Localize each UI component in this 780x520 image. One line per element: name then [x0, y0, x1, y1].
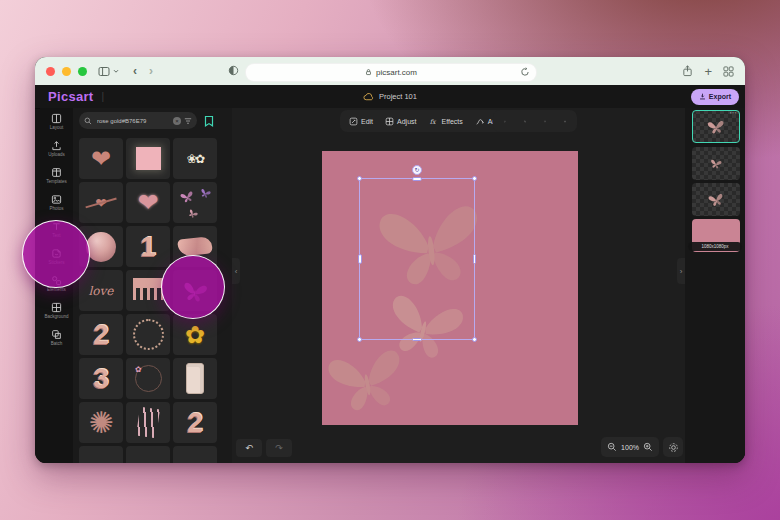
canvas-settings-button[interactable] — [663, 437, 683, 457]
animation-icon — [475, 117, 485, 126]
filter-icon[interactable] — [184, 117, 192, 125]
svg-text:fx: fx — [429, 118, 436, 126]
trash-icon — [564, 116, 566, 127]
collapse-left-panel[interactable]: ‹ — [232, 258, 240, 284]
chevron-down-icon[interactable] — [113, 69, 119, 74]
sidebar-item-templates[interactable]: Templates — [40, 162, 73, 189]
selection-handle-bottom-right[interactable] — [472, 337, 477, 342]
sidebar-toggle-icon[interactable] — [98, 66, 110, 77]
history-controls: ↶ ↷ — [236, 439, 292, 457]
sticker-brushes[interactable] — [126, 402, 170, 443]
selection-handle-top-left[interactable] — [357, 176, 362, 181]
canvas-size-badge: 1080x1080px — [688, 242, 742, 251]
templates-icon — [51, 167, 62, 178]
logo-divider: | — [101, 91, 104, 102]
canvas-area: Edit Adjust fx Effects Animation — [232, 108, 685, 463]
privacy-shield-icon[interactable] — [228, 65, 239, 76]
sticker-balloon[interactable]: 2 — [173, 402, 217, 443]
undo-button[interactable]: ↶ — [236, 439, 262, 457]
sticker-gold-rose[interactable]: ✿ — [173, 314, 217, 355]
layer-thumbnail-butterfly[interactable] — [692, 147, 740, 180]
saved-stickers-icon[interactable] — [204, 115, 214, 127]
sticker-mini-butterflies[interactable] — [173, 182, 217, 223]
rotate-handle[interactable]: ↻ — [412, 165, 422, 175]
position-button[interactable] — [498, 112, 512, 130]
selection-handle-right[interactable] — [473, 254, 477, 264]
sticker-floral-wreath[interactable]: ✿ — [126, 358, 170, 399]
selection-box[interactable]: ↻ — [359, 178, 475, 340]
crop-button[interactable] — [518, 112, 532, 130]
gear-icon — [668, 442, 679, 453]
sticker-phone[interactable] — [173, 358, 217, 399]
minimize-button[interactable] — [62, 67, 71, 76]
edit-button[interactable]: Edit — [344, 112, 378, 130]
effects-button[interactable]: fx Effects — [424, 112, 468, 130]
canvas-butterfly[interactable] — [319, 332, 413, 419]
url-text: picsart.com — [376, 68, 417, 77]
effects-icon: fx — [429, 117, 439, 126]
selection-handle-bottom-left[interactable] — [357, 337, 362, 342]
sticker-balloon[interactable]: 1 — [126, 226, 170, 267]
sticker-drip-heart[interactable]: ❤ — [79, 138, 123, 179]
sticker-flowers[interactable]: ❀✿ — [173, 138, 217, 179]
crop-icon — [524, 116, 526, 127]
sidebar-item-batch[interactable]: Batch — [40, 324, 73, 351]
sidebar-item-uploads[interactable]: Uploads — [40, 135, 73, 162]
project-title[interactable]: Project 101 — [363, 92, 417, 101]
sticker-glitter-heart[interactable]: ❤ — [126, 182, 170, 223]
butterfly-icon — [707, 191, 726, 208]
sticker-partial — [79, 446, 123, 463]
sidebar-item-background[interactable]: Background — [40, 297, 73, 324]
adjust-icon — [385, 117, 394, 126]
selection-handle-top[interactable] — [412, 177, 422, 181]
picsart-logo[interactable]: Picsart — [48, 89, 93, 104]
butterfly-icon — [709, 157, 723, 170]
adjust-button[interactable]: Adjust — [380, 112, 421, 130]
sidebar-item-layout[interactable]: Layout — [40, 108, 73, 135]
sticker-arrow-heart[interactable]: ❤ — [79, 182, 123, 223]
sticker-wreath[interactable] — [126, 314, 170, 355]
search-icon — [84, 117, 92, 125]
zoom-out-button[interactable] — [607, 442, 617, 452]
sticker-balloon[interactable]: 3 — [79, 358, 123, 399]
close-button[interactable] — [46, 67, 55, 76]
selection-handle-top-right[interactable] — [472, 176, 477, 181]
redo-button[interactable]: ↷ — [266, 439, 292, 457]
layer-more-icon[interactable]: ⋯ — [730, 110, 738, 117]
editor-header: Picsart | Project 101 Export — [35, 85, 745, 109]
edit-icon — [349, 117, 358, 126]
sticker-search[interactable]: × — [79, 112, 197, 129]
sidebar-item-photos[interactable]: Photos — [40, 189, 73, 216]
delete-button[interactable] — [558, 112, 572, 130]
maximize-button[interactable] — [78, 67, 87, 76]
back-button[interactable]: ‹ — [133, 65, 137, 77]
zoom-in-button[interactable] — [643, 442, 653, 452]
download-icon — [699, 93, 706, 100]
forward-button[interactable]: › — [149, 65, 153, 77]
share-icon[interactable] — [682, 65, 693, 77]
sticker-balloon[interactable]: 2 — [79, 314, 123, 355]
butterfly-icon — [706, 118, 726, 136]
clear-search-icon[interactable]: × — [173, 117, 181, 125]
export-button[interactable]: Export — [691, 89, 739, 105]
layer-thumbnail-butterfly[interactable]: ⋯ — [692, 110, 740, 143]
layer-thumbnail-butterfly[interactable] — [692, 183, 740, 216]
collapse-right-panel[interactable]: › — [677, 258, 685, 284]
sticker-frame[interactable] — [126, 138, 170, 179]
position-icon — [504, 116, 506, 127]
search-input[interactable] — [95, 117, 170, 125]
selection-handle-bottom[interactable] — [412, 338, 422, 342]
photos-icon — [51, 194, 62, 205]
artboard[interactable]: ↻ — [322, 151, 578, 425]
zoom-level[interactable]: 100% — [621, 444, 639, 451]
reload-icon[interactable] — [520, 67, 530, 77]
tab-overview-icon[interactable] — [723, 66, 734, 77]
new-tab-icon[interactable]: + — [704, 65, 712, 78]
address-bar[interactable]: picsart.com — [245, 63, 537, 82]
object-toolbar — [493, 110, 577, 132]
sticker-mandala[interactable]: ✺ — [79, 402, 123, 443]
batch-icon — [51, 329, 62, 340]
selection-handle-left[interactable] — [358, 254, 362, 264]
comment-button[interactable] — [538, 112, 552, 130]
sticker-love[interactable]: love — [79, 270, 123, 311]
